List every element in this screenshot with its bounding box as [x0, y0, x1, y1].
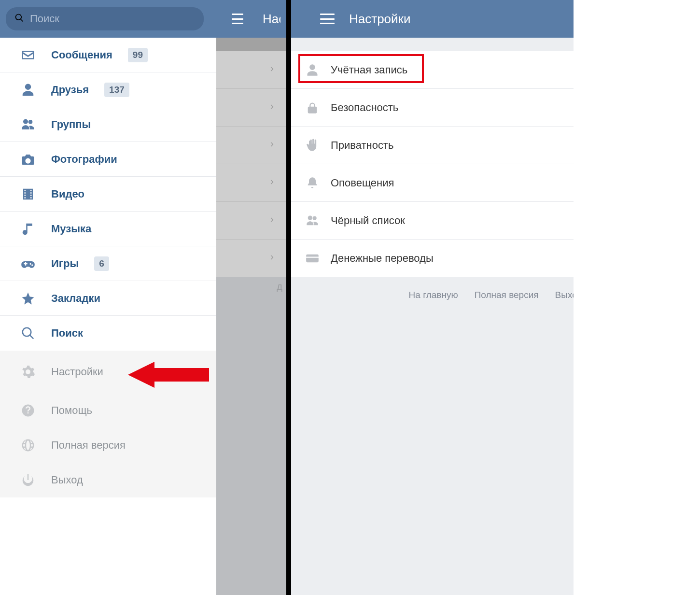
settings-item-label: Денежные переводы	[331, 252, 434, 265]
sidebar-item-label: Видео	[51, 188, 84, 200]
hand-icon	[305, 138, 320, 153]
sidebar-item-label: Группы	[51, 118, 91, 131]
search-input[interactable]	[30, 13, 195, 25]
camera-icon	[20, 152, 36, 167]
sidebar-item-music[interactable]: Музыка	[0, 212, 216, 246]
sidebar-item-search[interactable]: Поиск	[0, 316, 216, 351]
sidebar-item-settings[interactable]: Настройки	[0, 351, 216, 393]
sidebar-item-video[interactable]: Видео	[0, 177, 216, 212]
sidebar-item-label: Настройки	[51, 366, 103, 378]
search-icon	[14, 13, 24, 25]
user-icon	[20, 82, 36, 98]
chevron-right-icon	[269, 176, 276, 190]
footer-link-home[interactable]: На главную	[409, 290, 458, 300]
search-field[interactable]	[6, 7, 204, 30]
sidebar-item-label: Друзья	[51, 84, 89, 96]
sidebar: Сообщения 99 Друзья 137 Группы Фотографи…	[0, 38, 216, 595]
bell-icon	[305, 175, 320, 191]
sidebar-item-help[interactable]: Помощь	[0, 393, 216, 428]
help-icon	[20, 403, 36, 418]
count-badge: 6	[94, 256, 109, 271]
count-badge: 137	[104, 83, 129, 97]
settings-item-label: Чёрный список	[331, 214, 405, 227]
sidebar-item-label: Игры	[51, 257, 79, 270]
sidebar-item-label: Помощь	[51, 404, 92, 417]
background-text: д	[277, 281, 282, 292]
settings-item-label: Приватность	[331, 139, 394, 152]
film-icon	[20, 186, 36, 202]
music-icon	[20, 221, 36, 237]
settings-item-label: Оповещения	[331, 177, 394, 189]
hamburger-icon[interactable]	[320, 14, 335, 24]
lock-icon	[305, 100, 320, 115]
star-icon	[20, 291, 36, 306]
user-icon	[305, 62, 320, 78]
page-margin	[574, 0, 700, 595]
gear-icon	[20, 364, 36, 380]
sidebar-item-label: Выход	[51, 474, 83, 486]
mail-icon	[20, 47, 36, 63]
footer-link-full[interactable]: Полная версия	[475, 290, 539, 300]
page-title-truncated: Нас	[263, 12, 280, 27]
sidebar-item-label: Закладки	[51, 292, 100, 305]
sidebar-item-games[interactable]: Игры 6	[0, 246, 216, 281]
globe-icon	[20, 438, 36, 453]
settings-item-label: Безопасность	[331, 101, 398, 114]
sidebar-item-label: Полная версия	[51, 439, 126, 452]
chevron-right-icon	[269, 139, 276, 152]
chevron-right-icon	[269, 101, 276, 114]
panel-divider	[286, 0, 291, 595]
gamepad-icon	[20, 256, 36, 271]
hamburger-icon[interactable]	[232, 14, 243, 24]
chevron-right-icon	[269, 214, 276, 227]
sidebar-item-friends[interactable]: Друзья 137	[0, 72, 216, 107]
count-badge: 99	[128, 48, 148, 62]
sidebar-item-label: Поиск	[51, 327, 83, 340]
page-title: Настройки	[349, 12, 606, 27]
settings-item-label: Учётная запись	[331, 64, 407, 76]
sidebar-item-fullversion[interactable]: Полная версия	[0, 428, 216, 463]
sidebar-item-messages[interactable]: Сообщения 99	[0, 38, 216, 72]
background-overlay: д	[216, 38, 286, 595]
sidebar-item-bookmarks[interactable]: Закладки	[0, 281, 216, 316]
users-icon	[305, 213, 320, 228]
search-icon	[20, 326, 36, 341]
sidebar-item-logout[interactable]: Выход	[0, 463, 216, 497]
chevron-right-icon	[269, 252, 276, 265]
sidebar-item-groups[interactable]: Группы	[0, 107, 216, 142]
sidebar-item-label: Фотографии	[51, 153, 117, 166]
sidebar-item-photos[interactable]: Фотографии	[0, 142, 216, 177]
chevron-right-icon	[269, 63, 276, 77]
left-header: Нас	[0, 0, 286, 38]
power-icon	[20, 472, 36, 488]
card-icon	[305, 251, 320, 266]
sidebar-item-label: Музыка	[51, 223, 91, 235]
users-icon	[20, 117, 36, 132]
sidebar-item-label: Сообщения	[51, 49, 112, 61]
